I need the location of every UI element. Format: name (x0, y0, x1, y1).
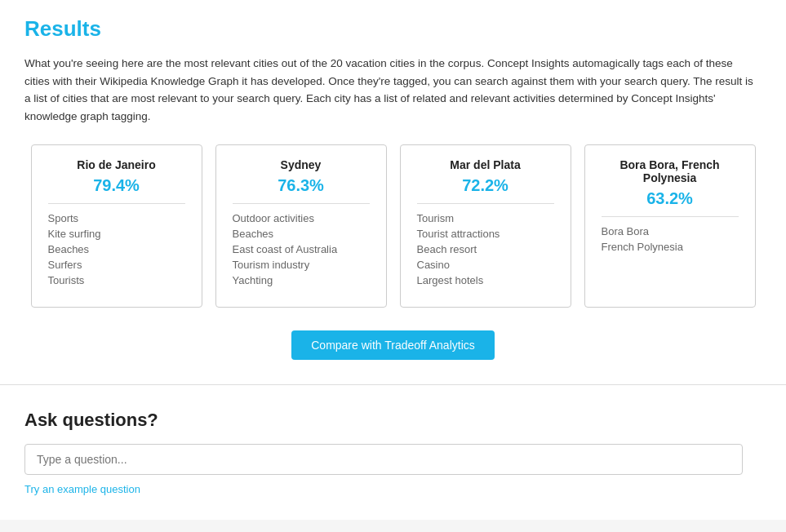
card-divider-0 (48, 203, 185, 204)
page-title: Results (24, 16, 762, 42)
city-tags-2: TourismTourist attractionsBeach resortCa… (417, 212, 554, 286)
compare-button-wrapper: Compare with Tradeoff Analytics (24, 330, 762, 360)
city-tag-0-4: Tourists (48, 274, 185, 286)
city-score-3: 63.2% (602, 189, 739, 208)
ask-section: Ask questions? Try an example question (0, 385, 786, 520)
city-tag-0-1: Kite surfing (48, 228, 185, 240)
city-tag-1-0: Outdoor activities (233, 212, 370, 224)
city-tag-2-2: Beach resort (417, 243, 554, 255)
description-text: What you're seeing here are the most rel… (24, 55, 759, 125)
city-tag-1-2: East coast of Australia (233, 243, 370, 255)
city-card-2: Mar del Plata72.2%TourismTourist attract… (400, 144, 571, 308)
city-tag-2-0: Tourism (417, 212, 554, 224)
city-name-2: Mar del Plata (417, 158, 554, 171)
city-tag-2-4: Largest hotels (417, 274, 554, 286)
city-score-2: 72.2% (417, 176, 554, 195)
city-tag-0-3: Surfers (48, 259, 185, 271)
city-tag-0-2: Beaches (48, 243, 185, 255)
city-score-1: 76.3% (233, 176, 370, 195)
city-tag-3-1: French Polynesia (602, 241, 739, 253)
city-name-0: Rio de Janeiro (48, 158, 185, 171)
question-input[interactable] (24, 444, 743, 475)
city-tag-2-1: Tourist attractions (417, 228, 554, 240)
compare-button[interactable]: Compare with Tradeoff Analytics (291, 330, 495, 360)
ask-title: Ask questions? (24, 410, 762, 431)
results-section: Results What you're seeing here are the … (0, 0, 786, 385)
city-tag-0-0: Sports (48, 212, 185, 224)
city-card-0: Rio de Janeiro79.4%SportsKite surfingBea… (31, 144, 202, 308)
city-tag-3-0: Bora Bora (602, 225, 739, 237)
cards-container: Rio de Janeiro79.4%SportsKite surfingBea… (24, 144, 762, 308)
example-question-link[interactable]: Try an example question (24, 483, 140, 495)
card-divider-1 (233, 203, 370, 204)
card-divider-2 (417, 203, 554, 204)
city-tags-1: Outdoor activitiesBeachesEast coast of A… (233, 212, 370, 286)
city-tag-1-4: Yachting (233, 274, 370, 286)
city-name-3: Bora Bora, French Polynesia (602, 158, 739, 184)
card-divider-3 (602, 216, 739, 217)
city-tag-2-3: Casino (417, 259, 554, 271)
city-tag-1-1: Beaches (233, 228, 370, 240)
city-card-3: Bora Bora, French Polynesia63.2%Bora Bor… (584, 144, 756, 308)
city-score-0: 79.4% (48, 176, 185, 195)
city-card-1: Sydney76.3%Outdoor activitiesBeachesEast… (215, 144, 387, 308)
city-tags-3: Bora BoraFrench Polynesia (602, 225, 739, 253)
city-tags-0: SportsKite surfingBeachesSurfersTourists (48, 212, 185, 286)
city-name-1: Sydney (233, 158, 370, 171)
city-tag-1-3: Tourism industry (233, 259, 370, 271)
